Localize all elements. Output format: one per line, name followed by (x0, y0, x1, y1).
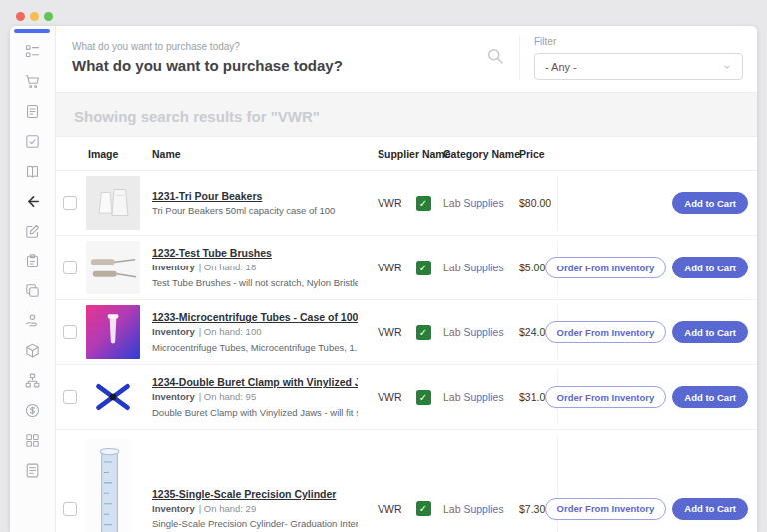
row-checkbox[interactable] (63, 261, 77, 274)
document-icon[interactable] (24, 102, 42, 120)
add-to-cart-button[interactable]: Add to Cart (672, 386, 748, 408)
add-to-cart-button[interactable]: Add to Cart (672, 257, 748, 278)
supplier-name: VWR (366, 503, 411, 515)
minimize-window-button[interactable] (30, 12, 39, 21)
column-header-image: Image (84, 148, 146, 160)
inventory-line: Inventory| On hand: 29 (152, 503, 358, 515)
payment-icon[interactable] (24, 311, 42, 329)
filter-section: Filter - Any - (519, 36, 743, 80)
filter-select[interactable]: - Any - (534, 53, 743, 80)
inventory-line: Inventory| On hand: 95 (152, 391, 358, 403)
package-icon[interactable] (24, 341, 42, 359)
product-description: Single-Scale Precision Cylinder- Graduat… (152, 518, 358, 529)
verified-check-icon: ✓ (416, 261, 431, 275)
window-controls (16, 12, 53, 21)
row-checkbox[interactable] (63, 325, 77, 339)
checklist-icon[interactable] (24, 132, 42, 150)
book-icon[interactable] (24, 162, 42, 180)
cart-icon[interactable] (24, 72, 42, 90)
table-row: 1231-Tri Pour Beakers Tri Pour Beakers 5… (56, 171, 757, 236)
category-name: Lab Supplies (435, 391, 513, 403)
supplier-name: VWR (366, 326, 411, 338)
results-heading: Showing search results for "VWR" (56, 93, 757, 136)
verified-check-icon: ✓ (416, 501, 431, 516)
category-name: Lab Supplies (435, 326, 513, 338)
search-input[interactable] (72, 57, 477, 74)
order-from-inventory-button[interactable]: Order From Inventory (545, 321, 667, 343)
category-name: Lab Supplies (435, 197, 513, 209)
row-checkbox[interactable] (63, 502, 77, 516)
order-from-inventory-button[interactable]: Order From Inventory (545, 257, 667, 278)
supplier-name: VWR (366, 262, 411, 273)
column-header-category: Category Name (435, 148, 513, 160)
product-title-link[interactable]: 1232-Test Tube Brushes (152, 247, 358, 259)
product-description: Double Buret Clamp with Vinylized Jaws -… (152, 407, 358, 418)
app-window: What do you want to purchase today? Filt… (10, 26, 757, 532)
inventory-line: Inventory| On hand: 100 (152, 326, 358, 338)
chevron-down-icon (722, 62, 732, 72)
product-image-brushes (86, 241, 140, 294)
copy-icon[interactable] (24, 281, 42, 299)
column-header-price: Price (513, 148, 557, 160)
main-content: What do you want to purchase today? Filt… (56, 26, 757, 532)
column-header-supplier: Supplier Name (366, 148, 411, 160)
table-row: 1232-Test Tube Brushes Inventory| On han… (56, 236, 757, 300)
product-image-precision-cylinder (86, 439, 132, 532)
supplier-name: VWR (366, 197, 411, 209)
search-icon[interactable] (485, 46, 505, 70)
clipboard-icon[interactable] (24, 252, 42, 269)
product-image-microcentrifuge-tubes (86, 305, 140, 359)
edit-icon[interactable] (24, 222, 42, 240)
order-from-inventory-button[interactable]: Order From Inventory (545, 386, 667, 408)
product-title-link[interactable]: 1231-Tri Pour Beakers (152, 190, 358, 202)
product-image-beakers (86, 176, 140, 230)
product-title-link[interactable]: 1233-Microcentrifuge Tubes - Case of 100 (152, 311, 358, 323)
back-arrow-icon[interactable] (24, 192, 42, 210)
supplier-name: VWR (366, 391, 411, 403)
sidebar-nav (10, 26, 56, 532)
verified-check-icon: ✓ (416, 390, 431, 405)
product-description: Tri Pour Beakers 50ml capacity case of 1… (152, 205, 358, 216)
price: $80.00 (513, 197, 557, 209)
list-icon[interactable] (24, 42, 42, 60)
hierarchy-icon[interactable] (24, 371, 42, 389)
category-name: Lab Supplies (435, 503, 513, 515)
verified-check-icon: ✓ (416, 196, 431, 211)
order-from-inventory-button[interactable]: Order From Inventory (545, 498, 667, 520)
product-description: Microcentrifuge Tubes, Microcentrifuge T… (152, 342, 358, 353)
column-header-name: Name (146, 148, 366, 160)
product-description: Test Tube Brushes - will not scratch, Ny… (152, 277, 358, 288)
add-to-cart-button[interactable]: Add to Cart (672, 192, 748, 214)
inventory-line: Inventory| On hand: 18 (152, 262, 358, 273)
row-checkbox[interactable] (63, 196, 77, 210)
search-bar: What do you want to purchase today? Filt… (56, 26, 757, 93)
dollar-icon[interactable] (24, 401, 42, 419)
apps-icon[interactable] (24, 431, 42, 449)
zoom-window-button[interactable] (44, 12, 53, 21)
notes-icon[interactable] (24, 461, 42, 479)
table-header-row: Image Name Supplier Name Category Name P… (56, 137, 757, 171)
brand-accent-bar (14, 29, 50, 33)
filter-label: Filter (534, 36, 743, 47)
close-window-button[interactable] (16, 12, 25, 21)
product-title-link[interactable]: 1235-Single-Scale Precision Cylinder (152, 488, 358, 500)
product-image-buret-clamp (86, 370, 140, 424)
table-row: 1234-Double Buret Clamp with Vinylized J… (56, 365, 757, 430)
row-checkbox[interactable] (63, 390, 77, 404)
add-to-cart-button[interactable]: Add to Cart (672, 498, 748, 520)
category-name: Lab Supplies (435, 262, 513, 273)
filter-selected-value: - Any - (545, 61, 577, 73)
verified-check-icon: ✓ (416, 325, 431, 340)
search-label: What do you want to purchase today? (72, 41, 477, 52)
table-row: 1233-Microcentrifuge Tubes - Case of 100… (56, 300, 757, 365)
add-to-cart-button[interactable]: Add to Cart (672, 321, 748, 343)
table-row: 1235-Single-Scale Precision Cylinder Inv… (56, 430, 757, 532)
results-table: Image Name Supplier Name Category Name P… (56, 136, 757, 532)
product-title-link[interactable]: 1234-Double Buret Clamp with Vinylized J… (152, 376, 358, 388)
